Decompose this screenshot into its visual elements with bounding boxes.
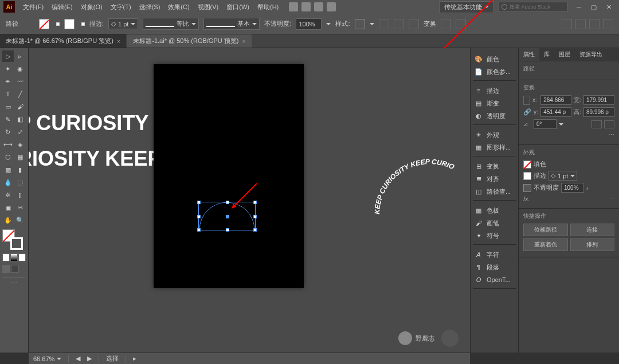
handle-tc[interactable] bbox=[226, 201, 229, 204]
close-button[interactable]: ✕ bbox=[602, 2, 616, 12]
direct-selection-tool[interactable]: ▹ bbox=[15, 50, 26, 62]
flip-v-icon[interactable] bbox=[604, 120, 614, 128]
bridge-icon[interactable] bbox=[289, 2, 298, 11]
panel-brushes[interactable]: 🖌画笔 bbox=[473, 217, 516, 229]
edit-toolbar[interactable]: ⋯ bbox=[2, 277, 25, 289]
color-mode-gradient[interactable] bbox=[10, 253, 18, 261]
line-tool[interactable]: ╱ bbox=[15, 88, 26, 100]
isolate-icon[interactable] bbox=[441, 19, 451, 29]
reference-point[interactable] bbox=[523, 96, 530, 105]
menu-object[interactable]: 对象(O) bbox=[77, 1, 106, 13]
handle-ml[interactable] bbox=[197, 215, 201, 218]
color-mode-none[interactable] bbox=[18, 253, 26, 261]
mesh-tool[interactable]: ▩ bbox=[2, 164, 14, 175]
blend-tool[interactable]: ⬚ bbox=[15, 177, 26, 188]
close-icon[interactable]: × bbox=[117, 38, 120, 45]
recolor-button[interactable]: 重新着色 bbox=[523, 238, 568, 251]
tab-libraries[interactable]: 库 bbox=[539, 48, 554, 61]
tab-asset-export[interactable]: 资源导出 bbox=[575, 48, 607, 61]
nav-right[interactable]: ▶ bbox=[87, 355, 92, 362]
y-input[interactable] bbox=[540, 107, 571, 117]
panel-color-guide[interactable]: 📄颜色参... bbox=[473, 65, 516, 78]
arrange-icon[interactable] bbox=[314, 2, 323, 11]
rotate-tool[interactable]: ↻ bbox=[2, 126, 14, 138]
menu-effect[interactable]: 效果(C) bbox=[164, 1, 193, 13]
menu-edit[interactable]: 编辑(E) bbox=[48, 1, 76, 13]
stroke-indicator[interactable] bbox=[10, 237, 23, 250]
slice-tool[interactable]: ✂ bbox=[15, 202, 26, 213]
magic-wand-tool[interactable]: ✦ bbox=[2, 63, 14, 75]
rotate-chevron[interactable] bbox=[559, 123, 563, 126]
w-input[interactable] bbox=[583, 95, 614, 105]
nav-left[interactable]: ◀ bbox=[76, 355, 80, 362]
panel-paragraph[interactable]: ¶段落 bbox=[473, 261, 516, 273]
panel-icon[interactable] bbox=[603, 19, 613, 29]
offset-path-button[interactable]: 位移路径 bbox=[523, 224, 568, 236]
type-tool[interactable]: T bbox=[2, 88, 14, 100]
selection-tool[interactable]: ▷ bbox=[2, 50, 14, 62]
tab-doc1[interactable]: 未标题-1* @ 66.67% (RGB/GPU 预览) × bbox=[0, 34, 126, 48]
color-mode-fill[interactable] bbox=[2, 253, 10, 261]
arrange2-icon[interactable] bbox=[327, 2, 336, 11]
shaper-tool[interactable]: ✎ bbox=[2, 113, 14, 125]
handle-center[interactable] bbox=[226, 215, 229, 218]
appearance-more[interactable]: ⋯ bbox=[608, 195, 614, 202]
free-transform-tool[interactable]: ◈ bbox=[15, 139, 26, 150]
minimize-button[interactable]: ─ bbox=[572, 2, 586, 12]
paintbrush-tool[interactable]: 🖌 bbox=[15, 101, 26, 112]
pen-tool[interactable]: ✒ bbox=[2, 76, 14, 87]
tool-status[interactable]: 选择 bbox=[106, 354, 119, 363]
panel-symbols[interactable]: ✦符号 bbox=[473, 229, 516, 242]
fill-swatch[interactable] bbox=[39, 19, 49, 29]
stroke-color[interactable] bbox=[523, 172, 531, 180]
zoom-level[interactable]: 66.67% bbox=[33, 355, 61, 362]
tab-layers[interactable]: 图层 bbox=[554, 48, 575, 61]
tab-properties[interactable]: 属性 bbox=[519, 48, 539, 61]
opacity-value[interactable] bbox=[561, 183, 584, 193]
style-chevron[interactable] bbox=[370, 23, 374, 25]
stroke-dropdown[interactable] bbox=[81, 22, 85, 26]
artboard-tool[interactable]: ▣ bbox=[2, 202, 14, 213]
stroke-weight-input[interactable]: ◇1 pt bbox=[108, 18, 138, 29]
eyedropper-tool[interactable]: 💧 bbox=[2, 177, 14, 188]
screen-mode-normal[interactable] bbox=[2, 265, 10, 273]
fill-stroke-indicator[interactable] bbox=[2, 229, 23, 250]
more-options[interactable]: ⋯ bbox=[608, 131, 614, 139]
symbol-sprayer-tool[interactable]: ✲ bbox=[2, 189, 14, 201]
panel-graphic-styles[interactable]: ▦图形样... bbox=[473, 141, 516, 154]
eraser-tool[interactable]: ◧ bbox=[15, 113, 26, 125]
scale-tool[interactable]: ⤢ bbox=[15, 126, 26, 138]
rotate-input[interactable] bbox=[534, 119, 557, 129]
stroke-swatch[interactable] bbox=[64, 19, 75, 29]
recolor-icon[interactable] bbox=[379, 19, 389, 29]
search-input[interactable]: 搜索 Adobe Stock bbox=[499, 2, 567, 12]
hand-tool[interactable]: ✋ bbox=[2, 214, 14, 226]
handle-bl[interactable] bbox=[197, 228, 201, 232]
h-input[interactable] bbox=[583, 107, 614, 117]
snap-icon[interactable] bbox=[575, 19, 586, 29]
panel-stroke[interactable]: ≡描边 bbox=[473, 84, 516, 97]
arrange-button[interactable]: 排列 bbox=[570, 238, 615, 251]
rectangle-tool[interactable]: ▭ bbox=[2, 101, 14, 112]
shape-builder-tool[interactable]: ⬡ bbox=[2, 151, 14, 163]
panel-appearance[interactable]: ☀外观 bbox=[473, 128, 516, 141]
handle-mr[interactable] bbox=[253, 215, 257, 218]
menu-view[interactable]: 视图(V) bbox=[194, 1, 222, 13]
selection-box[interactable] bbox=[198, 202, 256, 230]
curvature-tool[interactable]: 〰 bbox=[15, 76, 26, 87]
align-icon[interactable] bbox=[394, 19, 404, 29]
graph-tool[interactable]: ⫿ bbox=[15, 189, 26, 201]
opacity-chevron[interactable] bbox=[326, 23, 331, 25]
brush-select[interactable]: 基本 bbox=[203, 18, 260, 30]
fx-link[interactable]: fx. bbox=[523, 195, 530, 202]
style-swatch[interactable] bbox=[355, 19, 365, 29]
panel-color[interactable]: 🎨颜色 bbox=[473, 53, 516, 65]
fill-color[interactable] bbox=[523, 161, 531, 169]
handle-tr[interactable] bbox=[253, 201, 257, 204]
handle-bc[interactable] bbox=[226, 228, 229, 232]
status-more[interactable]: ▸ bbox=[133, 355, 136, 362]
flip-h-icon[interactable] bbox=[591, 120, 602, 128]
handle-br[interactable] bbox=[253, 228, 257, 232]
x-input[interactable] bbox=[540, 95, 571, 105]
panel-character[interactable]: A字符 bbox=[473, 248, 516, 261]
